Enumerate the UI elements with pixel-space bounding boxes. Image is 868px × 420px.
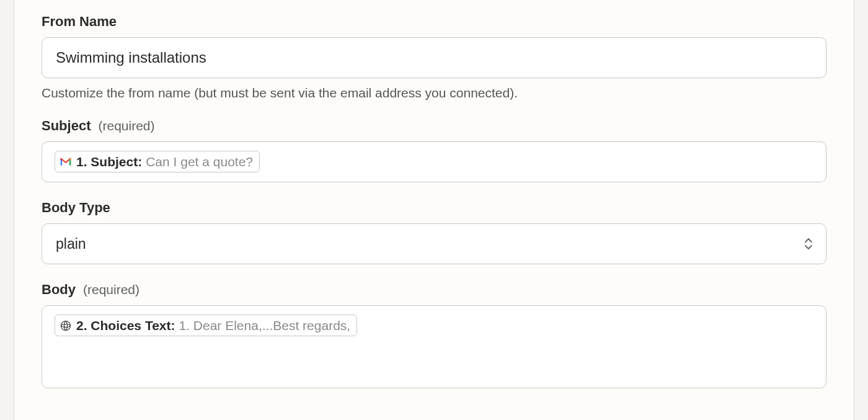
openai-icon — [59, 319, 73, 333]
gmail-icon — [59, 155, 73, 169]
body-type-select[interactable]: plain — [42, 223, 826, 264]
from-name-group: From Name Customize the from name (but m… — [42, 14, 826, 101]
from-name-label: From Name — [42, 14, 117, 30]
subject-pill-value: Can I get a quote? — [146, 153, 253, 170]
subject-group: Subject (required) 1. Subject: — [42, 118, 826, 182]
body-pill[interactable]: 2. Choices Text: 1. Dear Elena,...Best r… — [55, 315, 357, 336]
svg-point-0 — [61, 321, 71, 330]
from-name-input[interactable] — [42, 37, 826, 78]
body-type-label: Body Type — [42, 200, 110, 216]
body-input[interactable]: 2. Choices Text: 1. Dear Elena,...Best r… — [42, 305, 826, 388]
subject-pill-label: 1. Subject: — [76, 153, 142, 170]
form-panel: From Name Customize the from name (but m… — [14, 0, 854, 420]
body-group: Body (required) 2. Choices Text: — [42, 282, 826, 388]
subject-label: Subject — [42, 118, 91, 134]
body-type-group: Body Type plain — [42, 200, 826, 264]
body-pill-value: 1. Dear Elena,...Best regards, — [179, 317, 351, 334]
from-name-helper: Customize the from name (but must be sen… — [42, 86, 826, 101]
select-updown-icon — [804, 238, 813, 249]
body-required: (required) — [83, 282, 140, 297]
subject-pill[interactable]: 1. Subject: Can I get a quote? — [55, 151, 260, 172]
body-label: Body — [42, 282, 76, 298]
subject-input[interactable]: 1. Subject: Can I get a quote? — [42, 141, 826, 182]
subject-required: (required) — [98, 118, 154, 133]
body-type-value: plain — [56, 236, 86, 252]
body-pill-label: 2. Choices Text: — [76, 317, 175, 334]
